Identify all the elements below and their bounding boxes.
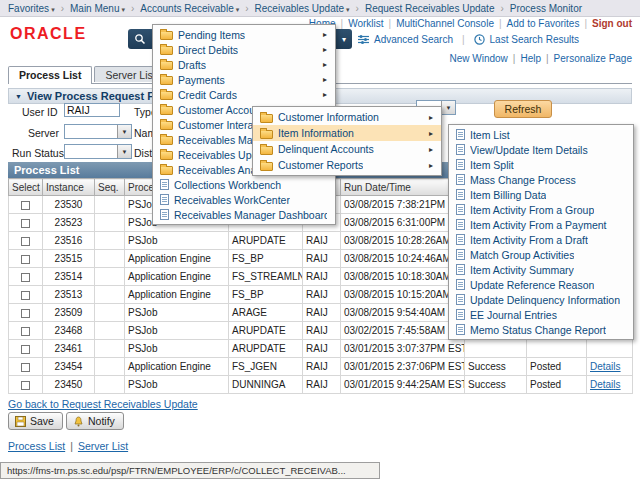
menu-item-memo-status-change-report[interactable]: Memo Status Change Report <box>449 322 633 337</box>
cell-seq <box>95 340 125 358</box>
menu-item-item-activity-from-a-group[interactable]: Item Activity From a Group <box>449 202 633 217</box>
folder-icon <box>260 130 273 139</box>
multichannel-console-link[interactable]: MultiChannel Console <box>396 18 494 29</box>
footer-links: Process List|Server List <box>8 440 128 452</box>
folder-icon <box>260 114 273 123</box>
menu-item-payments[interactable]: Payments▸ <box>153 72 335 87</box>
menu-item-customer-reports[interactable]: Customer Reports▸ <box>253 157 441 173</box>
cell-user: RAIJ <box>303 232 341 250</box>
menu-item-item-list[interactable]: Item List <box>449 127 633 142</box>
row-checkbox[interactable] <box>21 381 30 390</box>
row-checkbox[interactable] <box>21 273 30 282</box>
menu-item-item-billing-data[interactable]: Item Billing Data <box>449 187 633 202</box>
menu-item-receivables-manager-dashboard[interactable]: Receivables Manager Dashboard <box>153 207 335 222</box>
tab-process-list[interactable]: Process List <box>8 66 92 84</box>
row-checkbox[interactable] <box>21 327 30 336</box>
column-header-select[interactable]: Select <box>9 179 43 196</box>
menu-item-ee-journal-entries[interactable]: EE Journal Entries <box>449 307 633 322</box>
cell-process-type: PSJob <box>125 322 229 340</box>
menu-item-direct-debits[interactable]: Direct Debits▸ <box>153 42 335 57</box>
details-link[interactable]: Details <box>590 361 621 372</box>
cell-instance: 23513 <box>43 286 95 304</box>
server-list-link[interactable]: Server List <box>78 440 128 452</box>
cell-instance: 23461 <box>43 340 95 358</box>
menu-item-label: Credit Cards <box>178 89 237 101</box>
cell-seq <box>95 232 125 250</box>
menu-item-label: Mass Change Process <box>470 174 576 186</box>
personalize-page-link[interactable]: Personalize Page <box>554 53 632 64</box>
menu-item-update-delinquency-information[interactable]: Update Delinquency Information <box>449 292 633 307</box>
breadcrumb-item-main-menu[interactable]: Main Menu▾ <box>70 3 125 14</box>
menu-item-receivables-workcenter[interactable]: Receivables WorkCenter <box>153 192 335 207</box>
row-checkbox[interactable] <box>21 291 30 300</box>
worklist-link[interactable]: Worklist <box>348 18 383 29</box>
advanced-search-link[interactable]: Advanced Search <box>374 34 453 45</box>
row-checkbox[interactable] <box>21 363 30 372</box>
breadcrumb-item-accounts-receivable[interactable]: Accounts Receivable▾ <box>140 3 239 14</box>
breadcrumb-item-receivables-update[interactable]: Receivables Update▾ <box>255 3 350 14</box>
refresh-button[interactable]: Refresh <box>494 100 552 118</box>
menu-item-item-information[interactable]: Item Information▸ <box>253 125 441 141</box>
row-checkbox[interactable] <box>21 201 30 210</box>
page-icon <box>456 294 465 305</box>
process-list-link[interactable]: Process List <box>8 440 65 452</box>
server-select[interactable] <box>64 124 132 139</box>
cell-instance: 23516 <box>43 232 95 250</box>
chevron-down-icon: ▾ <box>346 6 350 13</box>
menu-item-label: Item List <box>470 129 510 141</box>
menu-item-item-split[interactable]: Item Split <box>449 157 633 172</box>
menu-item-pending-items[interactable]: Pending Items▸ <box>153 27 335 42</box>
folder-icon <box>160 166 173 175</box>
save-button[interactable]: Save <box>8 412 63 430</box>
menu-item-credit-cards[interactable]: Credit Cards▸ <box>153 87 335 102</box>
submenu-arrow-icon: ▸ <box>429 129 433 138</box>
page-icon <box>456 249 465 260</box>
folder-icon <box>260 146 273 155</box>
details-link[interactable]: Details <box>590 379 621 390</box>
breadcrumb-item-process-monitor[interactable]: Process Monitor <box>510 3 582 14</box>
last-search-results-link[interactable]: Last Search Results <box>490 34 580 45</box>
column-header-seq[interactable]: Seq. <box>95 179 125 196</box>
cell-user: RAIJ <box>303 358 341 376</box>
menu-item-view-update-item-details[interactable]: View/Update Item Details <box>449 142 633 157</box>
new-window-link[interactable]: New Window <box>449 53 507 64</box>
menu-item-item-activity-summary[interactable]: Item Activity Summary <box>449 262 633 277</box>
row-checkbox[interactable] <box>21 219 30 228</box>
separator: | <box>70 440 73 452</box>
go-back-link[interactable]: Go back to Request Receivables Update <box>8 398 198 410</box>
row-checkbox[interactable] <box>21 255 30 264</box>
menu-item-item-activity-from-a-draft[interactable]: Item Activity From a Draft <box>449 232 633 247</box>
column-header-run-date-time[interactable]: Run Date/Time <box>341 179 465 196</box>
help-link[interactable]: Help <box>520 53 541 64</box>
sign-out-link[interactable]: Sign out <box>592 18 632 29</box>
menu-item-collections-workbench[interactable]: Collections Workbench <box>153 177 335 192</box>
breadcrumb-item-request-receivables-update[interactable]: Request Receivables Update <box>365 3 495 14</box>
cell-select <box>9 286 43 304</box>
menu-item-drafts[interactable]: Drafts▸ <box>153 57 335 72</box>
menu-item-customer-information[interactable]: Customer Information▸ <box>253 109 441 125</box>
menu-item-item-activity-from-a-payment[interactable]: Item Activity From a Payment <box>449 217 633 232</box>
cell-run-status <box>465 340 527 358</box>
user-id-input[interactable]: RAIJ <box>64 103 120 117</box>
row-checkbox[interactable] <box>21 237 30 246</box>
column-header-instance[interactable]: Instance <box>43 179 95 196</box>
run-status-select[interactable] <box>64 144 132 159</box>
page-icon <box>456 234 465 245</box>
menu-item-delinquent-accounts[interactable]: Delinquent Accounts▸ <box>253 141 441 157</box>
menu-item-update-reference-reason[interactable]: Update Reference Reason <box>449 277 633 292</box>
row-checkbox[interactable] <box>21 345 30 354</box>
menu-item-mass-change-process[interactable]: Mass Change Process <box>449 172 633 187</box>
row-checkbox[interactable] <box>21 309 30 318</box>
page-icon <box>456 324 465 335</box>
cell-instance: 23450 <box>43 376 95 394</box>
user-id-label: User ID <box>22 106 58 118</box>
cell-run-datetime: 03/08/2015 7:38:21PM EST <box>341 196 465 214</box>
add-to-favorites-link[interactable]: Add to Favorites <box>507 18 580 29</box>
cell-details: Details <box>587 376 633 394</box>
menu-item-match-group-activities[interactable]: Match Group Activities <box>449 247 633 262</box>
breadcrumb-item-favorites[interactable]: Favorites▾ <box>8 3 55 14</box>
cell-seq <box>95 196 125 214</box>
notify-button[interactable]: Notify <box>66 412 124 430</box>
chevron-down-icon: ▾ <box>236 6 240 13</box>
save-button-label: Save <box>30 415 54 427</box>
